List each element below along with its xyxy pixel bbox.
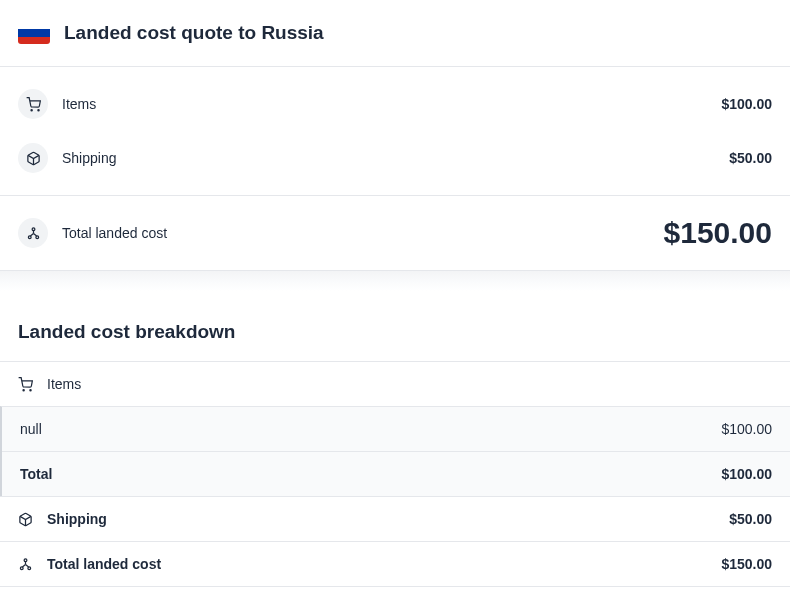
breakdown-shipping-label: Shipping xyxy=(47,511,715,527)
breakdown-card: Landed cost breakdown Items null $100.00… xyxy=(0,299,790,587)
breakdown-items-header: Items xyxy=(0,362,790,406)
items-total-value: $100.00 xyxy=(721,466,772,482)
summary-label-items: Items xyxy=(62,96,707,112)
summary-value-total: $150.00 xyxy=(664,216,772,250)
breakdown-total-value: $150.00 xyxy=(721,556,772,572)
breakdown-total-row: Total landed cost $150.00 xyxy=(0,541,790,586)
hierarchy-icon xyxy=(18,218,48,248)
breakdown-shipping-value: $50.00 xyxy=(729,511,772,527)
breakdown-total-label: Total landed cost xyxy=(47,556,707,572)
hierarchy-icon xyxy=(18,557,33,572)
cart-icon xyxy=(18,377,33,392)
page-title: Landed cost quote to Russia xyxy=(64,22,324,44)
summary-row-shipping: Shipping $50.00 xyxy=(0,131,790,185)
package-icon xyxy=(18,143,48,173)
breakdown-title: Landed cost breakdown xyxy=(18,321,772,343)
svg-point-0 xyxy=(31,109,32,110)
summary-group: Items $100.00 Shipping $50.00 xyxy=(0,67,790,196)
svg-point-3 xyxy=(32,227,35,230)
summary-value-items: $100.00 xyxy=(721,96,772,112)
quote-header: Landed cost quote to Russia xyxy=(0,0,790,67)
summary-row-items: Items $100.00 xyxy=(0,77,790,131)
summary-value-shipping: $50.00 xyxy=(729,150,772,166)
breakdown-header: Landed cost breakdown xyxy=(0,299,790,362)
quote-card: Landed cost quote to Russia Items $100.0… xyxy=(0,0,790,271)
section-gap xyxy=(0,271,790,299)
items-total-label: Total xyxy=(20,466,721,482)
country-flag-russia xyxy=(18,22,50,44)
item-value: $100.00 xyxy=(721,421,772,437)
summary-label-shipping: Shipping xyxy=(62,150,715,166)
svg-point-7 xyxy=(30,389,31,390)
cart-icon xyxy=(18,89,48,119)
table-row-total: Total $100.00 xyxy=(2,452,790,496)
table-row: null $100.00 xyxy=(2,407,790,452)
summary-label-total: Total landed cost xyxy=(62,225,650,241)
svg-point-6 xyxy=(23,389,24,390)
summary-row-total: Total landed cost $150.00 xyxy=(0,196,790,270)
svg-point-9 xyxy=(24,558,27,561)
package-icon xyxy=(18,512,33,527)
breakdown-items-label: Items xyxy=(47,376,772,392)
item-name: null xyxy=(20,421,721,437)
breakdown-items-table: null $100.00 Total $100.00 xyxy=(0,406,790,496)
breakdown-shipping-row: Shipping $50.00 xyxy=(0,496,790,541)
svg-point-1 xyxy=(37,109,38,110)
